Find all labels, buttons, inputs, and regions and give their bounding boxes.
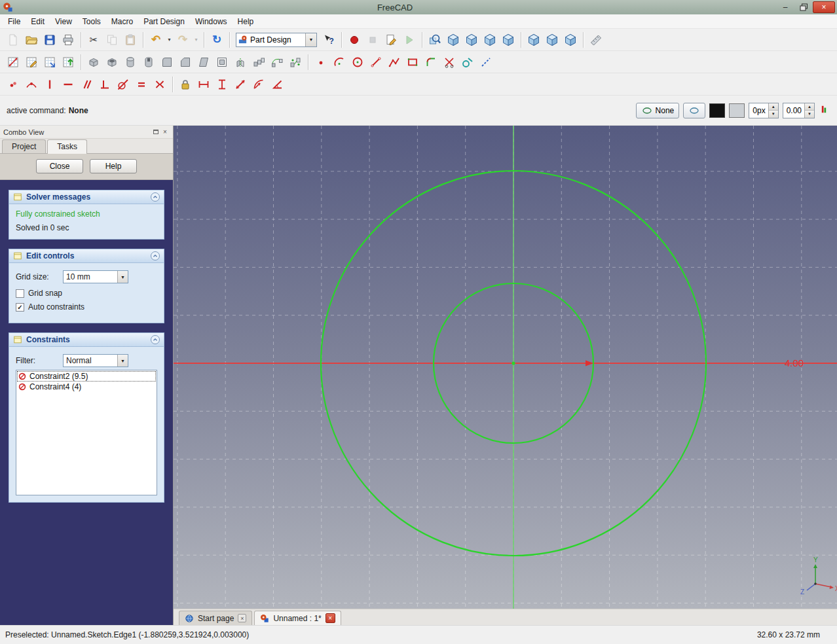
menu-item-windows[interactable]: Windows [190,16,232,27]
rear-view-button[interactable] [525,31,543,49]
constrain-coincident-button[interactable] [4,75,22,94]
fit-all-button[interactable] [426,31,444,49]
constrain-tangent-button[interactable] [114,75,132,94]
close-panel-icon[interactable]: × [160,128,170,137]
line-color-swatch[interactable] [709,103,725,118]
new-sketch-button[interactable] [4,53,22,71]
sketch-origin-point[interactable] [512,361,515,365]
menu-item-file[interactable]: File [3,16,26,27]
solver-messages-header[interactable]: Solver messages [9,190,164,204]
create-polyline-button[interactable] [385,53,403,71]
shape-style-button[interactable] [683,103,705,118]
map-sketch-button[interactable] [41,53,59,71]
sketch-fillet-button[interactable] [422,53,440,71]
grid-size-select[interactable]: 10 mm ▼ [63,270,128,283]
tab-tasks[interactable]: Tasks [47,139,87,154]
create-line-button[interactable] [367,53,385,71]
constrain-perpendicular-button[interactable] [96,75,114,94]
undo-button[interactable]: ↶ [147,31,165,49]
save-button[interactable] [41,31,59,49]
refresh-button[interactable]: ↻ [208,31,226,49]
close-button[interactable]: × [813,1,835,13]
construction-mode-button[interactable] [477,53,495,71]
spin-down-icon[interactable]: ▼ [805,110,814,118]
constrain-lock-button[interactable] [176,75,195,94]
constraint-list-item[interactable]: Constraint2 (9.5) [17,371,156,382]
face-color-swatch[interactable] [729,103,745,118]
tab-unnamed-document[interactable]: Unnamed : 1* × [254,611,341,625]
right-view-button[interactable] [499,31,517,49]
left-view-button[interactable] [561,31,580,49]
menu-item-help[interactable]: Help [232,16,259,27]
measure-distance-button[interactable] [587,31,605,49]
mirrored-button[interactable] [231,53,250,71]
auto-constraints-checkbox[interactable]: ✓ [16,303,24,312]
menu-item-tools[interactable]: Tools [77,16,106,27]
constrain-equal-button[interactable] [132,75,151,94]
constrain-angle-button[interactable] [268,75,286,94]
combo-view-titlebar[interactable]: Combo View × [0,126,173,139]
line-width-arrows[interactable]: ▲▼ [768,103,778,118]
text-size-spinner[interactable]: 0.00 ▲▼ [783,103,815,118]
spin-down-icon[interactable]: ▼ [769,110,778,118]
constrain-vertical-distance-button[interactable] [213,75,231,94]
pocket-button[interactable] [103,53,121,71]
spin-up-icon[interactable]: ▲ [769,103,778,111]
constrain-symmetric-button[interactable] [151,75,169,94]
fillet-button[interactable] [158,53,176,71]
revolution-button[interactable] [121,53,140,71]
workbench-selector[interactable]: Part Design▼ [236,33,317,47]
edit-sketch-button[interactable] [22,53,41,71]
create-rectangle-button[interactable] [403,53,422,71]
external-geometry-button[interactable] [458,53,477,71]
dropdown-arrow-icon[interactable]: ▼ [117,271,128,283]
trim-edge-button[interactable] [440,53,458,71]
edit-controls-header[interactable]: Edit controls [9,249,164,263]
close-tab-icon[interactable]: × [326,613,335,623]
float-panel-icon[interactable] [151,128,160,137]
bottom-view-button[interactable] [543,31,561,49]
constraint-list-item[interactable]: Constraint4 (4) [17,382,156,392]
thickness-button[interactable] [213,53,231,71]
title-bar[interactable]: FreeCAD – × [0,0,837,14]
groove-button[interactable] [140,53,158,71]
help-button[interactable]: Help [90,159,137,173]
create-point-button[interactable] [312,53,330,71]
close-task-button[interactable]: Close [36,159,83,173]
constrain-vertical-button[interactable] [41,75,59,94]
chamfer-button[interactable] [176,53,195,71]
sketch-viewport[interactable]: 4.00 Y X Z [174,126,837,609]
menu-item-part-design[interactable]: Part Design [138,16,190,27]
pad-button[interactable] [84,53,103,71]
collapse-icon[interactable] [151,335,160,344]
minimize-button[interactable]: – [776,1,794,13]
front-view-button[interactable] [462,31,481,49]
collapse-icon[interactable] [151,192,160,202]
dropdown-arrow-icon[interactable]: ▼ [305,33,316,46]
undo-dropdown-icon[interactable]: ▾ [165,31,174,49]
draw-style-button[interactable]: None [636,103,680,118]
menu-item-view[interactable]: View [50,16,77,27]
menu-item-macro[interactable]: Macro [106,16,138,27]
constrain-horizontal-distance-button[interactable] [195,75,213,94]
macro-record-button[interactable] [345,31,363,49]
axonometric-view-button[interactable] [444,31,462,49]
print-button[interactable] [59,31,77,49]
text-size-arrows[interactable]: ▲▼ [804,103,814,118]
linear-pattern-button[interactable] [250,53,268,71]
create-circle-button[interactable] [348,53,367,71]
tab-start-page[interactable]: Start page × [179,611,252,625]
radius-dimension-label[interactable]: 4.00 [785,357,804,368]
constrain-horizontal-button[interactable] [59,75,77,94]
constraint-list[interactable]: Constraint2 (9.5)Constraint4 (4) [16,370,157,495]
grid-snap-checkbox[interactable]: ✓ [16,289,24,298]
polar-pattern-button[interactable] [268,53,286,71]
macro-edit-button[interactable] [382,31,400,49]
constrain-parallel-button[interactable] [77,75,96,94]
whats-this-button[interactable]: ? [320,31,338,49]
constraint-filter-select[interactable]: Normal ▼ [63,354,128,367]
sketch-canvas[interactable]: 4.00 Y X Z [174,126,837,609]
constrain-radius-button[interactable] [250,75,268,94]
open-folder-button[interactable] [22,31,41,49]
dropdown-arrow-icon[interactable]: ▼ [117,355,128,367]
